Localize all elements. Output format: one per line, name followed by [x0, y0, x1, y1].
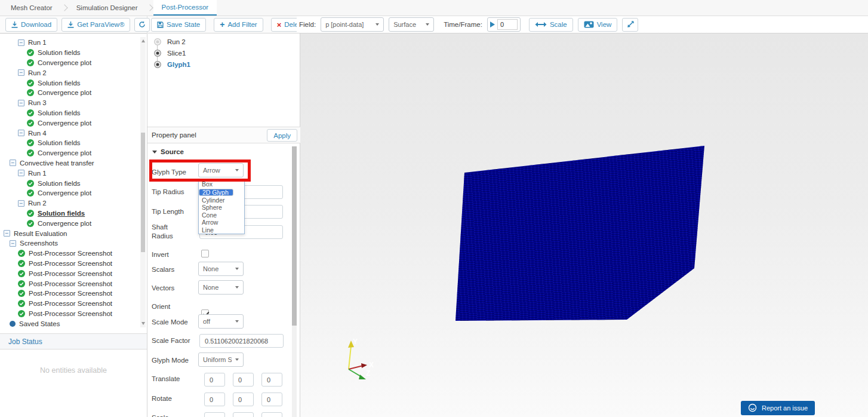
- scale-mode-value: off: [203, 318, 210, 325]
- property-scroll-thumb[interactable]: [292, 146, 297, 326]
- post-processor-app: Mesh CreatorSimulation DesignerPost-Proc…: [0, 0, 868, 417]
- translate-input-2[interactable]: [261, 373, 282, 387]
- tree-item-convergence-plot[interactable]: Convergence plot: [0, 148, 147, 158]
- check-circle-icon: [27, 180, 34, 187]
- tree-item-label: Convective heat transfer: [20, 160, 94, 167]
- glyph-type-option-cone[interactable]: Cone: [199, 211, 244, 219]
- smiley-icon: [748, 403, 757, 413]
- scale-row-input-0[interactable]: [204, 412, 225, 417]
- glyph-type-select[interactable]: Arrow: [198, 163, 244, 177]
- tab-separator-icon: [61, 4, 67, 11]
- save-state-button[interactable]: Save State: [151, 18, 206, 32]
- diagonal-arrow-icon: [626, 21, 634, 29]
- tree-item-saved-states[interactable]: Saved States: [0, 318, 147, 329]
- scale-row-input-2[interactable]: [261, 412, 282, 417]
- add-filter-button[interactable]: + Add Filter: [214, 18, 263, 32]
- tree-item-run-4[interactable]: −Run 4: [0, 128, 147, 138]
- tree-item-result-evaluation[interactable]: −Result Evaluation: [0, 228, 147, 238]
- tree-item-post-processor-screenshot[interactable]: Post-Processor Screenshot: [0, 309, 147, 319]
- tree-item-solution-fields[interactable]: Solution fields: [0, 108, 147, 118]
- tree-item-screenshots[interactable]: −Screenshots: [0, 238, 147, 249]
- eye-visibility-icon[interactable]: [153, 38, 162, 46]
- save-state-label: Save State: [167, 21, 200, 28]
- tree-item-convergence-plot[interactable]: Convergence plot: [0, 88, 147, 98]
- tree-item-post-processor-screenshot[interactable]: Post-Processor Screenshot: [0, 289, 147, 299]
- tree-item-convergence-plot[interactable]: Convergence plot: [0, 118, 147, 128]
- tree-item-convergence-plot[interactable]: Convergence plot: [0, 218, 147, 228]
- translate-input-1[interactable]: [233, 373, 254, 387]
- pipeline-item-run-2[interactable]: Run 2: [147, 36, 300, 47]
- tree-item-solution-fields[interactable]: Solution fields: [0, 208, 147, 219]
- resize-view-button[interactable]: [622, 18, 638, 32]
- scale-button[interactable]: Scale: [529, 18, 573, 32]
- glyph-mode-select[interactable]: Uniform S: [198, 352, 244, 367]
- rotate-input-2[interactable]: [261, 393, 282, 406]
- scroll-up-icon[interactable]: [141, 39, 145, 42]
- report-issue-button[interactable]: Report an issue: [741, 401, 815, 415]
- tree-item-solution-fields[interactable]: Solution fields: [0, 48, 147, 58]
- field-label: Field:: [299, 21, 316, 28]
- vectors-label: Vectors: [152, 284, 174, 292]
- tree-item-run-1[interactable]: −Run 1: [0, 168, 147, 178]
- glyph-type-option-line[interactable]: Line: [199, 226, 244, 234]
- tree-item-post-processor-screenshot[interactable]: Post-Processor Screenshot: [0, 249, 147, 259]
- tree-scrollbar[interactable]: [140, 37, 146, 327]
- render-viewport[interactable]: Y X Z Report an issue: [300, 33, 868, 417]
- glyph-type-option-box[interactable]: Box: [199, 180, 244, 188]
- scroll-down-icon[interactable]: [141, 322, 145, 325]
- scale-mode-select[interactable]: off: [198, 314, 244, 329]
- scalars-select[interactable]: None: [198, 262, 244, 276]
- pipeline-item-glyph1[interactable]: Glyph1: [147, 59, 300, 70]
- tree-scroll-thumb[interactable]: [141, 133, 145, 252]
- add-filter-label: Add Filter: [227, 21, 257, 28]
- tree-item-convective-heat-transfer[interactable]: −Convective heat transfer: [0, 158, 147, 168]
- tree-item-post-processor-screenshot[interactable]: Post-Processor Screenshot: [0, 259, 147, 269]
- glyph-type-option-sphere[interactable]: Sphere: [199, 204, 244, 211]
- source-section-header[interactable]: Source: [152, 148, 184, 155]
- tab-post-processor[interactable]: Post-Processor: [153, 0, 217, 16]
- tree-item-label: Post-Processor Screenshot: [29, 280, 112, 287]
- toolbar-left: Download Get ParaView®: [0, 16, 147, 33]
- tree-item-post-processor-screenshot[interactable]: Post-Processor Screenshot: [0, 299, 147, 309]
- get-paraview-button[interactable]: Get ParaView®: [61, 18, 130, 32]
- tree-item-post-processor-screenshot[interactable]: Post-Processor Screenshot: [0, 278, 147, 289]
- glyph-type-option-cylinder[interactable]: Cylinder: [199, 197, 244, 204]
- job-status-header[interactable]: Job Status: [0, 333, 147, 349]
- tree-item-solution-fields[interactable]: Solution fields: [0, 178, 147, 188]
- tab-mesh-creator[interactable]: Mesh Creator: [2, 0, 61, 16]
- scale-row-input-1[interactable]: [233, 412, 254, 417]
- tree-item-run-2[interactable]: −Run 2: [0, 68, 147, 78]
- representation-select[interactable]: Surface: [389, 17, 434, 32]
- tree-item-solution-fields[interactable]: Solution fields: [0, 78, 147, 88]
- invert-checkbox[interactable]: [201, 250, 209, 257]
- download-button[interactable]: Download: [5, 18, 57, 32]
- collapse-minus-icon: −: [10, 160, 16, 166]
- tab-simulation-designer[interactable]: Simulation Designer: [68, 0, 146, 16]
- tree-item-run-2[interactable]: −Run 2: [0, 198, 147, 208]
- tree-item-post-processor-screenshot[interactable]: Post-Processor Screenshot: [0, 268, 147, 278]
- tree-item-convergence-plot[interactable]: Convergence plot: [0, 58, 147, 68]
- play-icon[interactable]: [490, 22, 495, 27]
- scale-factor-input[interactable]: [199, 334, 284, 348]
- tree-item-label: Convergence plot: [38, 149, 91, 157]
- eye-visibility-icon[interactable]: [153, 49, 162, 57]
- check-circle-icon: [27, 119, 34, 127]
- eye-visibility-icon[interactable]: [153, 60, 162, 69]
- glyph-type-option-2d-glyph[interactable]: 2D Glyph: [199, 189, 233, 197]
- apply-button[interactable]: Apply: [267, 129, 297, 142]
- rotate-input-0[interactable]: [204, 393, 225, 406]
- field-select[interactable]: p [point-data]: [321, 17, 384, 32]
- tree-item-convergence-plot[interactable]: Convergence plot: [0, 188, 147, 198]
- view-button[interactable]: View: [578, 18, 618, 32]
- check-circle-icon: [27, 149, 34, 157]
- tree-item-run-3[interactable]: −Run 3: [0, 98, 147, 108]
- vectors-select[interactable]: None: [198, 280, 244, 295]
- tree-item-run-1[interactable]: −Run 1: [0, 38, 147, 48]
- pipeline-item-slice1[interactable]: Slice1: [147, 47, 300, 59]
- glyph-type-option-arrow[interactable]: Arrow: [199, 219, 244, 226]
- rotate-input-1[interactable]: [233, 393, 254, 406]
- translate-input-0[interactable]: [204, 373, 225, 387]
- time-frame-input[interactable]: [497, 19, 518, 30]
- tree-item-solution-fields[interactable]: Solution fields: [0, 138, 147, 148]
- property-scrollbar[interactable]: [292, 146, 297, 417]
